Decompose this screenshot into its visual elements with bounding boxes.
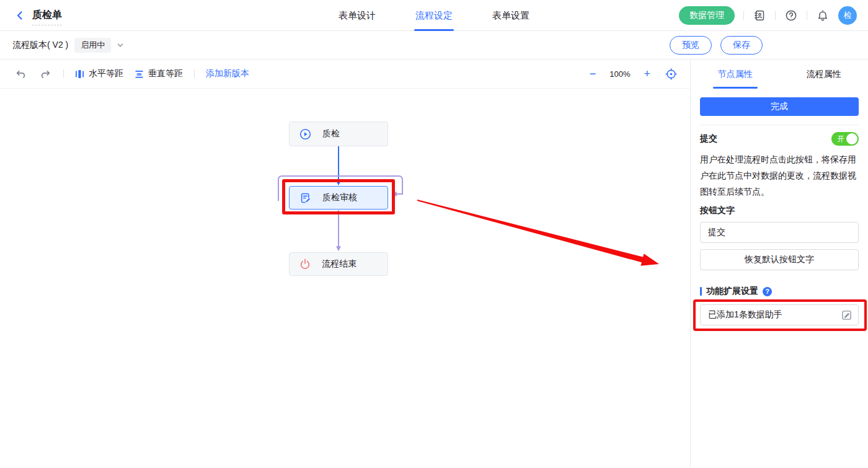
redo-icon[interactable] (38, 67, 52, 81)
vertical-spacing-button[interactable]: 垂直等距 (135, 68, 183, 79)
app-window: 质检单 表单设计 流程设定 表单设置 数据管理 (0, 0, 868, 468)
divider (63, 69, 64, 78)
play-icon (299, 128, 311, 140)
toolbar-left: 水平等距 垂直等距 添加新版本 (14, 67, 249, 81)
fit-view-icon[interactable] (664, 67, 678, 81)
node-label: 质检审核 (322, 192, 357, 203)
version-dropdown[interactable] (116, 41, 125, 50)
finish-button[interactable]: 完成 (700, 97, 859, 116)
divider (743, 11, 744, 20)
version-label: 流程版本( V2 ) (12, 40, 68, 51)
extension-field-wrap: 已添加1条数据助手 (700, 304, 859, 325)
toggle-knob (846, 133, 857, 144)
submit-description: 用户在处理流程时点击此按钮，将保存用户在此节点中对数据的更改，流程数据视图转至后… (700, 151, 859, 200)
version-bar: 流程版本( V2 ) 启用中 预览 保存 (0, 31, 868, 59)
submit-toggle[interactable]: 开 (831, 132, 859, 146)
vertical-spacing-icon (135, 69, 144, 79)
zoom-in-button[interactable]: + (644, 68, 650, 79)
node-end[interactable]: 流程结束 (289, 252, 388, 276)
section-help-icon[interactable]: ? (763, 287, 772, 296)
node-start[interactable]: 质检 (289, 121, 388, 146)
divider (700, 125, 859, 125)
user-avatar[interactable]: 检 (838, 6, 857, 25)
zoom-out-button[interactable]: − (590, 68, 596, 79)
edit-icon[interactable] (841, 310, 852, 320)
node-label: 质检 (322, 128, 340, 139)
toolbar-row: 水平等距 垂直等距 添加新版本 − 100% (0, 59, 868, 89)
flow-canvas[interactable]: 质检 质检审核 流程结束 (0, 89, 690, 468)
header-actions: 数据管理 (679, 0, 857, 31)
button-text-label: 按钮文字 (700, 205, 859, 216)
panel-tab-bar: 节点属性 流程属性 (690, 60, 868, 89)
contacts-book-icon[interactable] (753, 9, 766, 22)
extension-section-title: 功能扩展设置 ? (700, 286, 859, 297)
node-properties-panel: 完成 提交 开 用户在处理流程时点击此按钮，将保存用户在此节点中对数据的更改，流… (690, 89, 868, 468)
undo-icon[interactable] (14, 67, 27, 81)
canvas-toolbar: 水平等距 垂直等距 添加新版本 − 100% (0, 60, 690, 89)
node-review[interactable]: 质检审核 (289, 186, 388, 210)
section-title-text: 功能扩展设置 (706, 286, 758, 297)
power-icon (299, 258, 311, 270)
chevron-left-icon (15, 11, 25, 20)
page-title: 质检单 (32, 9, 62, 25)
submit-row: 提交 开 (700, 132, 859, 146)
save-button[interactable]: 保存 (720, 36, 763, 55)
tab-form-setting[interactable]: 表单设置 (492, 0, 529, 31)
zoom-controls: − 100% + (590, 67, 678, 81)
vertical-spacing-label: 垂直等距 (148, 68, 183, 79)
toggle-on-label: 开 (837, 134, 844, 144)
add-new-version-link[interactable]: 添加新版本 (206, 68, 249, 79)
data-assistant-value: 已添加1条数据助手 (708, 309, 841, 320)
top-header: 质检单 表单设计 流程设定 表单设置 数据管理 (0, 0, 868, 31)
version-actions: 预览 保存 (670, 31, 763, 59)
divider (807, 11, 807, 20)
header-tab-bar: 表单设计 流程设定 表单设置 (339, 0, 529, 31)
horizontal-spacing-icon (75, 69, 84, 79)
button-text-input[interactable] (700, 222, 859, 243)
notification-bell-icon[interactable] (816, 9, 830, 22)
help-icon[interactable] (784, 9, 798, 22)
restore-default-button[interactable]: 恢复默认按钮文字 (700, 249, 859, 270)
horizontal-spacing-button[interactable]: 水平等距 (75, 68, 123, 79)
data-assistant-field[interactable]: 已添加1条数据助手 (700, 304, 859, 325)
preview-button[interactable]: 预览 (670, 36, 712, 55)
divider (775, 11, 776, 20)
horizontal-spacing-label: 水平等距 (89, 68, 123, 79)
tab-flow-setting[interactable]: 流程设定 (415, 0, 453, 31)
tab-form-design[interactable]: 表单设计 (339, 0, 376, 31)
doc-edit-icon (299, 192, 311, 204)
tab-node-properties[interactable]: 节点属性 (691, 60, 779, 89)
node-label: 流程结束 (322, 258, 356, 270)
tab-flow-properties[interactable]: 流程属性 (779, 60, 868, 89)
status-badge: 启用中 (74, 38, 111, 53)
data-manage-button[interactable]: 数据管理 (679, 6, 735, 25)
back-button[interactable] (12, 8, 27, 23)
zoom-level: 100% (609, 69, 630, 79)
submit-label: 提交 (700, 133, 717, 144)
divider (194, 69, 195, 78)
section-accent-bar (700, 287, 702, 296)
